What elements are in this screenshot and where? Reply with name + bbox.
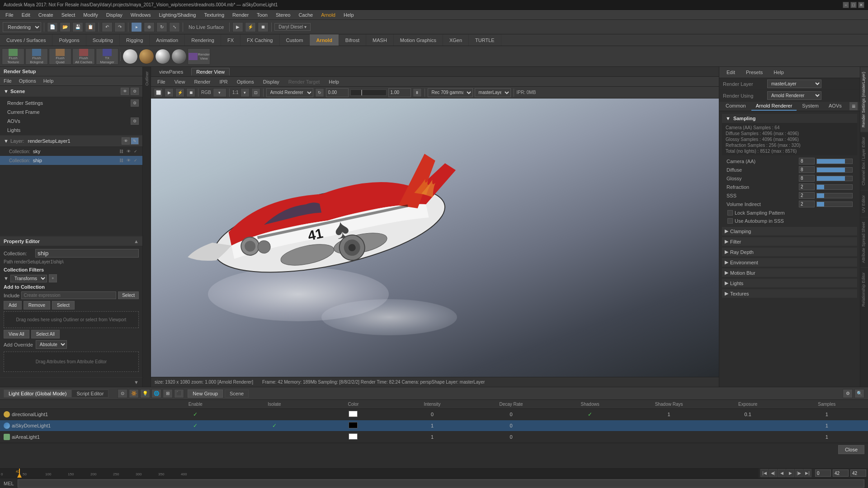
collection-row-ship[interactable]: Collection: ship ⛓ 👁 ✓: [0, 156, 142, 165]
tab-system[interactable]: System: [797, 102, 823, 111]
menu-select[interactable]: Select: [58, 11, 79, 19]
lock-sampling-checkbox[interactable]: [727, 210, 733, 216]
flush-texture-icon[interactable]: FlushTexture: [2, 48, 24, 65]
tab-aovs[interactable]: AOVs: [824, 102, 846, 111]
gamma-select[interactable]: Rec 709 gamma: [428, 88, 473, 97]
pe-scroll-btn[interactable]: ▲: [134, 239, 139, 244]
volume-indirect-input[interactable]: [799, 201, 815, 207]
vst-relationship-editor[interactable]: Relationship Editor: [860, 267, 868, 311]
ipr-render-btn[interactable]: ⚡: [175, 88, 184, 97]
step-back-btn[interactable]: ◀|: [769, 469, 777, 477]
play-back-btn[interactable]: ◀: [778, 469, 786, 477]
scale-tool[interactable]: ⤡: [169, 22, 180, 32]
redo-btn[interactable]: ↷: [114, 22, 125, 32]
tab-bifrost[interactable]: Bifrost: [339, 34, 366, 46]
remove-btn[interactable]: Remove: [24, 301, 50, 310]
vst-render-settings[interactable]: Render Settings (masterLayer): [860, 67, 868, 132]
lt-cell-shadows-dir[interactable]: ✓: [551, 411, 630, 418]
filter-header[interactable]: ▶ Filter: [722, 237, 857, 246]
diffuse-slider[interactable]: [816, 167, 853, 173]
current-frame-input[interactable]: [833, 469, 849, 477]
sky-link-icon[interactable]: ⛓: [118, 148, 124, 155]
rv-options-menu[interactable]: Options: [233, 78, 258, 85]
layer-edit-btn[interactable]: ✎: [131, 137, 139, 145]
jump-start-btn[interactable]: |◀: [760, 469, 769, 477]
tab-rendering[interactable]: Rendering: [185, 34, 221, 46]
le-tab-global[interactable]: Light Editor (Global Mode): [4, 389, 71, 398]
tab-custom[interactable]: Custom: [280, 34, 310, 46]
dir-color-swatch[interactable]: [349, 411, 358, 417]
clamping-header[interactable]: ▶ Clamping: [722, 227, 857, 235]
lt-cell-shadows-sky[interactable]: [551, 425, 630, 426]
new-group-btn[interactable]: New Group: [188, 389, 223, 398]
autobump-checkbox-label[interactable]: Use Autobump in SSS: [727, 218, 784, 224]
vst-channel-box[interactable]: Channel Box / Layer Editor: [860, 132, 868, 190]
select-all-btn[interactable]: Select All: [31, 330, 60, 338]
save-as-btn[interactable]: 📋: [85, 22, 96, 32]
lights-section-header[interactable]: ▶ Lights: [722, 279, 857, 287]
undo-btn[interactable]: ↶: [102, 22, 113, 32]
ship-eye-icon[interactable]: 👁: [125, 157, 132, 164]
tab-motion-graphics[interactable]: Motion Graphics: [394, 34, 443, 46]
render-view-tab[interactable]: Render View: [191, 68, 230, 75]
rv-help-menu[interactable]: Help: [325, 78, 343, 85]
le-btn-4[interactable]: 🌐: [151, 389, 161, 398]
save-scene-btn[interactable]: 💾: [72, 22, 83, 32]
le-btn-3[interactable]: 💡: [140, 389, 150, 398]
area-color-swatch[interactable]: [349, 433, 358, 440]
rt-value1[interactable]: [326, 88, 349, 97]
play-fwd-btn[interactable]: ▶: [786, 469, 794, 477]
lt-cell-enable-dir[interactable]: ✓: [156, 411, 235, 418]
render-btn[interactable]: ▶: [232, 22, 243, 32]
vst-attr-spread-sheet[interactable]: Attribute Spread Sheet: [860, 217, 868, 267]
rv-view-menu[interactable]: View: [171, 78, 189, 85]
jump-end-btn[interactable]: ▶|: [803, 469, 811, 477]
menu-lighting-shading[interactable]: Lighting/Shading: [155, 11, 199, 19]
tab-mash[interactable]: MASH: [366, 34, 394, 46]
view-all-btn[interactable]: View All: [4, 330, 29, 338]
camera-aa-input[interactable]: [799, 158, 815, 164]
timeline-ruler[interactable]: 0 50 100 150 200 250 300 350 400 42: [0, 469, 759, 478]
menu-texturing[interactable]: Texturing: [200, 11, 228, 19]
sphere-icon[interactable]: [171, 49, 187, 64]
material-sphere-icon[interactable]: [123, 49, 138, 64]
mel-input[interactable]: [18, 479, 864, 488]
lt-cell-enable-sky[interactable]: ✓: [156, 422, 235, 429]
collection-row-sky[interactable]: Collection: sky ⛓ 👁 ✓: [0, 147, 142, 156]
lt-cell-enable-area[interactable]: [156, 436, 235, 437]
flush-all-caches-icon[interactable]: FlushAll Caches: [72, 48, 95, 65]
flush-bckgrnd-icon[interactable]: FlushBckgrnd: [25, 48, 48, 65]
sky-eye-icon[interactable]: 👁: [125, 148, 132, 155]
renderer-dropdown[interactable]: Rendering: [3, 22, 41, 32]
tab-extra-1[interactable]: ≡: [849, 102, 858, 111]
lt-cell-isolate-sky[interactable]: ✓: [235, 422, 314, 429]
pe-collection-input[interactable]: [35, 249, 139, 258]
sss-slider[interactable]: [816, 193, 853, 198]
menu-edit[interactable]: Edit: [18, 11, 34, 19]
rv-render-menu[interactable]: Render: [190, 78, 214, 85]
transforms-dropdown[interactable]: Transforms: [10, 275, 47, 282]
layer-select-rv[interactable]: masterLayer: [475, 88, 511, 97]
step-fwd-btn[interactable]: |▶: [795, 469, 803, 477]
rv-file-menu[interactable]: File: [154, 78, 169, 85]
glossy-slider[interactable]: [816, 176, 853, 181]
menu-render[interactable]: Render: [229, 11, 252, 19]
renderer-select[interactable]: Arnold Renderer: [266, 88, 313, 97]
aovs-btn[interactable]: ⚙: [131, 117, 139, 125]
select-tool[interactable]: ▸: [131, 22, 142, 32]
sampling-section-header[interactable]: ▼ Sampling: [722, 114, 857, 123]
add-btn[interactable]: Add: [4, 301, 22, 310]
pe-bottom-scroll[interactable]: ▼: [134, 380, 139, 385]
lock-sampling-checkbox-label[interactable]: Lock Sampling Pattern: [727, 210, 785, 216]
ray-depth-header[interactable]: ▶ Ray Depth: [722, 248, 857, 256]
chrome-sphere-icon[interactable]: [155, 49, 170, 64]
tab-polygons[interactable]: Polygons: [52, 34, 86, 46]
environment-header[interactable]: ▶ Environment: [722, 258, 857, 267]
scene-settings-btn[interactable]: ⚙: [131, 88, 139, 95]
rt-refresh-btn[interactable]: ↻: [315, 88, 324, 97]
rgb-btn[interactable]: ▾: [213, 88, 226, 97]
aovs-item[interactable]: AOVs ⚙: [0, 116, 142, 126]
select-btn-1[interactable]: Select: [118, 291, 139, 299]
ship-link-icon[interactable]: ⛓: [118, 157, 124, 164]
render-settings-item[interactable]: Render Settings ⚙: [0, 98, 142, 108]
